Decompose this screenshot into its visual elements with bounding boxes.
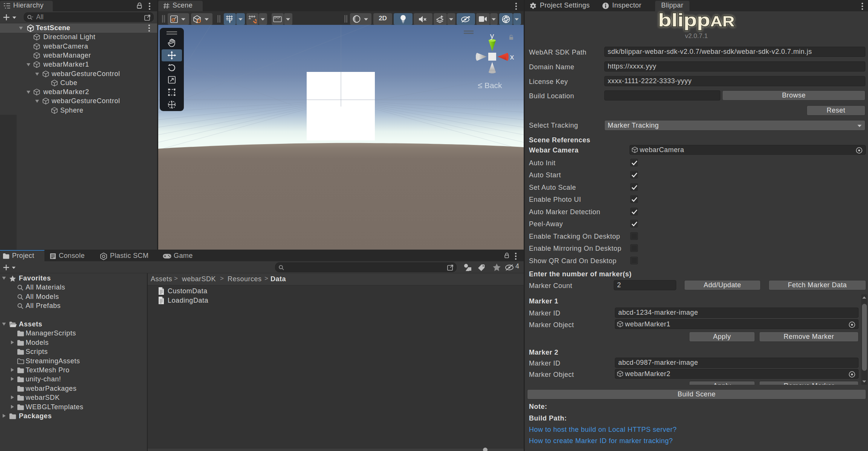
svg-text:Y: Y (228, 19, 231, 23)
svg-text:x: x (510, 52, 514, 61)
svg-text:y: y (490, 31, 494, 40)
svg-text:blippAR: blippAR (658, 11, 735, 30)
